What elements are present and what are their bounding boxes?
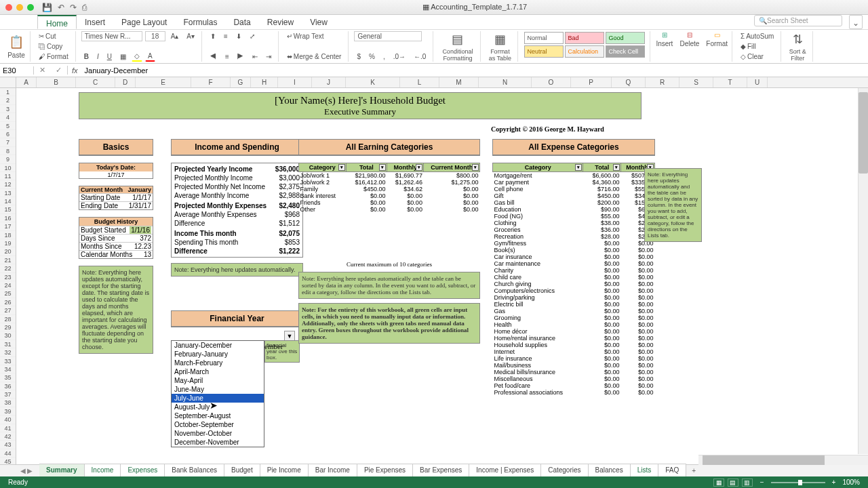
autosum-button[interactable]: Σ AutoSum	[738, 31, 776, 41]
col-header-S[interactable]: S	[679, 77, 713, 87]
earning-header[interactable]: Current Month▾	[424, 163, 480, 172]
filter-icon[interactable]: ▾	[472, 164, 479, 171]
minimize-icon[interactable]	[16, 4, 23, 11]
col-header-J[interactable]: J	[312, 77, 346, 87]
currency-button[interactable]: $	[354, 52, 363, 62]
budget-started-value[interactable]: 1/1/16	[130, 226, 151, 234]
merge-center-button[interactable]: ⬌ Merge & Center	[284, 52, 344, 62]
col-header-I[interactable]: I	[278, 77, 312, 87]
vertical-scrollbar[interactable]	[858, 88, 868, 454]
fy-option[interactable]: June-May	[172, 385, 264, 394]
sheet-tab-expenses[interactable]: Expenses	[121, 464, 165, 478]
redo-icon[interactable]: ↷	[70, 3, 77, 12]
ribbon-expand-button[interactable]: ⌄	[849, 15, 863, 29]
filter-icon[interactable]: ▾	[575, 164, 582, 171]
formula-input[interactable]: January-December	[82, 66, 868, 75]
fy-option[interactable]: July-June	[172, 394, 264, 403]
sheet-tab-categories[interactable]: Categories	[541, 464, 588, 478]
tab-review[interactable]: Review	[259, 15, 302, 29]
row-header[interactable]: 37	[0, 390, 16, 399]
earning-header[interactable]: Total▾	[346, 163, 387, 172]
col-header-T[interactable]: T	[713, 77, 747, 87]
row-header[interactable]: 39	[0, 407, 16, 415]
sheet-tab-summary[interactable]: Summary	[39, 464, 85, 478]
expense-header[interactable]: Category▾	[493, 163, 583, 172]
row-header[interactable]: 12	[0, 180, 16, 188]
col-header-U[interactable]: U	[747, 77, 768, 87]
sort-filter-icon[interactable]: ⇅	[788, 31, 807, 47]
maximize-icon[interactable]	[27, 4, 34, 11]
fy-option[interactable]: August-July	[172, 403, 264, 411]
row-header[interactable]: 17	[0, 222, 16, 230]
row-header[interactable]: 27	[0, 306, 16, 314]
row-header[interactable]: 9	[0, 155, 16, 163]
row-header[interactable]: 18	[0, 231, 16, 239]
worksheet[interactable]: 1234567891011121314151617181920212223242…	[0, 88, 868, 466]
sheet-tab-pie-income[interactable]: Pie Income	[260, 464, 309, 478]
row-header[interactable]: 15	[0, 205, 16, 214]
row-header[interactable]: 29	[0, 323, 16, 331]
style-normal[interactable]: Normal	[524, 32, 564, 44]
view-buttons[interactable]: ▦ ▤ ▥	[713, 479, 753, 487]
search-input[interactable]: 🔍 Search Sheet	[754, 15, 842, 26]
row-header[interactable]: 19	[0, 239, 16, 247]
zoom-out-button[interactable]: −	[760, 479, 764, 486]
col-header-R[interactable]: R	[646, 77, 679, 87]
fy-option[interactable]: January-December	[172, 341, 264, 350]
col-header-M[interactable]: M	[439, 77, 479, 87]
row-header[interactable]: 43	[0, 441, 16, 449]
zoom-in-button[interactable]: +	[832, 479, 836, 486]
row-header[interactable]: 31	[0, 340, 16, 348]
grow-font-button[interactable]: A▴	[168, 31, 182, 41]
select-all-corner[interactable]	[0, 77, 16, 87]
row-header[interactable]: 14	[0, 197, 16, 205]
col-header-H[interactable]: H	[251, 77, 278, 87]
align-right-button[interactable]: ⯈	[235, 52, 247, 62]
format-cells-icon[interactable]: ▭	[706, 31, 728, 39]
col-header-P[interactable]: P	[571, 77, 612, 87]
print-icon[interactable]: ⎙	[82, 3, 87, 12]
sheet-tab-income---expenses[interactable]: Income | Expenses	[469, 464, 541, 478]
row-header[interactable]: 22	[0, 264, 16, 272]
row-header[interactable]: 6	[0, 130, 16, 138]
sheet-tab-budget[interactable]: Budget	[224, 464, 260, 478]
paste-icon[interactable]: 📋	[7, 34, 26, 50]
row-header[interactable]: 24	[0, 281, 16, 289]
row-header[interactable]: 23	[0, 273, 16, 281]
conditional-formatting-icon[interactable]: ▤	[448, 31, 467, 47]
page-layout-view-icon[interactable]: ▤	[728, 479, 738, 487]
indent-increase-button[interactable]: ⇥	[263, 52, 274, 62]
row-header[interactable]: 13	[0, 189, 16, 197]
row-header[interactable]: 2	[0, 96, 16, 104]
col-header-Q[interactable]: Q	[612, 77, 646, 87]
sheet-tab-income[interactable]: Income	[85, 464, 121, 478]
fy-option[interactable]: February-January	[172, 350, 264, 359]
row-header[interactable]: 26	[0, 298, 16, 306]
sheet-tab-bank-balances[interactable]: Bank Balances	[165, 464, 224, 478]
expense-header[interactable]: Total▾	[583, 163, 621, 172]
row-header[interactable]: 36	[0, 382, 16, 390]
delete-cells-icon[interactable]: ⊟	[679, 31, 699, 39]
italic-button[interactable]: I	[94, 52, 102, 62]
filter-icon[interactable]: ▾	[379, 164, 386, 171]
col-header-O[interactable]: O	[532, 77, 571, 87]
zoom-level[interactable]: 100%	[842, 479, 860, 486]
format-as-table-icon[interactable]: ▦	[490, 31, 509, 47]
horizontal-scrollbar[interactable]	[698, 455, 868, 465]
sheet-tab-bar-income[interactable]: Bar Income	[309, 464, 357, 478]
row-header[interactable]: 32	[0, 348, 16, 357]
undo-icon[interactable]: ↶	[58, 3, 64, 12]
style-check-cell[interactable]: Check Cell	[606, 45, 645, 58]
tab-insert[interactable]: Insert	[77, 15, 113, 29]
fill-color-button[interactable]: ◇	[132, 51, 142, 62]
border-button[interactable]: ▦	[117, 52, 129, 62]
indent-decrease-button[interactable]: ⇤	[250, 52, 260, 62]
shrink-font-button[interactable]: A▾	[184, 31, 197, 41]
filter-icon[interactable]: ▾	[338, 164, 345, 171]
underline-button[interactable]: U	[104, 52, 115, 62]
row-header[interactable]: 35	[0, 373, 16, 382]
col-header-G[interactable]: G	[231, 77, 251, 87]
orientation-button[interactable]: ⤢	[247, 31, 258, 41]
col-header-D[interactable]: D	[115, 77, 136, 87]
zoom-slider[interactable]	[771, 482, 825, 483]
